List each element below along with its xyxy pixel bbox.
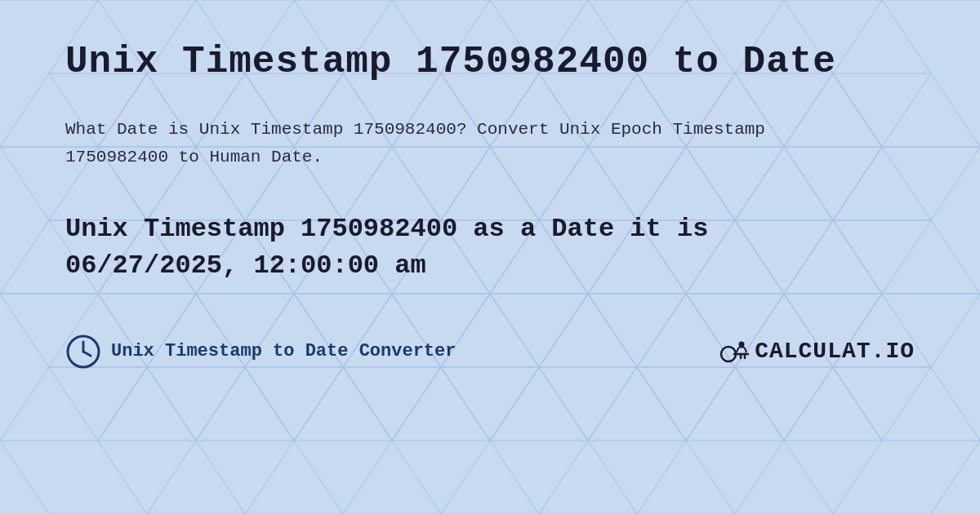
- result-line1: Unix Timestamp 1750982400 as a Date it i…: [65, 214, 708, 244]
- footer-label: Unix Timestamp to Date Converter: [111, 341, 456, 361]
- logo-area: CALCULAT.IO: [719, 336, 915, 367]
- svg-line-60: [83, 352, 91, 356]
- logo-text: CALCULAT.IO: [755, 339, 915, 364]
- result-section: Unix Timestamp 1750982400 as a Date it i…: [65, 211, 915, 285]
- page-description: What Date is Unix Timestamp 1750982400? …: [65, 116, 800, 171]
- clock-icon: [65, 334, 101, 370]
- footer: Unix Timestamp to Date Converter CALCULA…: [65, 334, 915, 370]
- logo-icon: [719, 336, 750, 367]
- page-title: Unix Timestamp 1750982400 to Date: [65, 41, 915, 83]
- result-line2: 06/27/2025, 12:00:00 am: [65, 250, 426, 281]
- footer-left: Unix Timestamp to Date Converter: [65, 334, 456, 370]
